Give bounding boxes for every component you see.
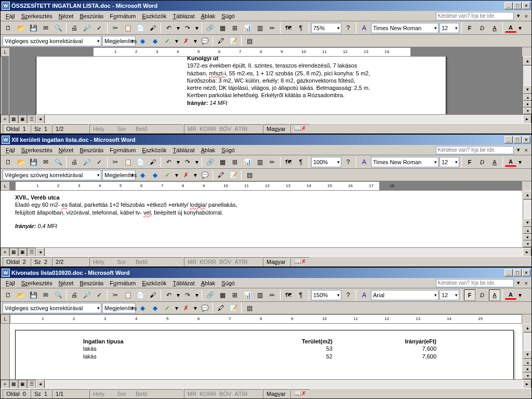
close-button[interactable]: × bbox=[522, 136, 530, 143]
reject-icon[interactable]: ✗ bbox=[180, 35, 192, 47]
help-icon[interactable]: ? bbox=[342, 156, 354, 168]
reject-icon[interactable]: ✗ bbox=[180, 169, 192, 181]
scroll-left-button[interactable]: ◄ bbox=[36, 115, 45, 124]
font-combo[interactable]: Times New Roman bbox=[371, 157, 438, 167]
vertical-ruler[interactable] bbox=[1, 57, 10, 114]
close-button[interactable]: × bbox=[522, 269, 530, 276]
menu-format[interactable]: Formátum bbox=[107, 279, 139, 287]
font-color-button[interactable]: A bbox=[505, 23, 516, 33]
status-spell-icon[interactable]: 📖✗ bbox=[290, 389, 310, 398]
vertical-ruler[interactable] bbox=[1, 191, 8, 247]
mail-icon[interactable]: ✉ bbox=[40, 22, 51, 34]
next-page-button[interactable]: ▾ bbox=[523, 241, 531, 247]
menu-file[interactable]: Fájl bbox=[3, 12, 18, 20]
save-icon[interactable]: 💾 bbox=[28, 22, 39, 34]
excel-icon[interactable]: 📊 bbox=[242, 156, 253, 168]
status-spell-icon[interactable]: 📖✗ bbox=[290, 124, 310, 134]
next-change-icon[interactable]: ◆ bbox=[149, 302, 161, 314]
help-question-input[interactable] bbox=[436, 279, 514, 287]
columns-icon[interactable]: ▥ bbox=[254, 289, 265, 301]
track-changes-combo[interactable]: Végleges szöveg korrektúrával bbox=[3, 36, 101, 46]
font-size-combo[interactable]: 12 bbox=[440, 290, 459, 300]
search-icon[interactable]: 🔍 bbox=[52, 289, 64, 301]
hyperlink-icon[interactable]: 🔗 bbox=[204, 22, 216, 34]
menu-view[interactable]: Nézet bbox=[56, 12, 77, 20]
maximize-button[interactable]: □ bbox=[513, 2, 522, 9]
comment-icon[interactable]: 💬 bbox=[199, 302, 210, 314]
redo-icon[interactable]: ↷ bbox=[182, 22, 193, 34]
status-modes[interactable]: MR KORR BŐV ÁTÍR bbox=[184, 257, 262, 267]
menu-view[interactable]: Nézet bbox=[56, 146, 77, 154]
new-doc-icon[interactable]: 🗋 bbox=[3, 289, 14, 301]
horizontal-ruler[interactable]: L 123456789101112131415161718 bbox=[1, 181, 531, 191]
vertical-scrollbar[interactable]: ▲ ▼ ▴ ● ▾ bbox=[523, 324, 531, 379]
undo-icon[interactable]: ↶ bbox=[163, 156, 175, 168]
status-spell-icon[interactable]: 📖✗ bbox=[290, 257, 310, 267]
vertical-scrollbar[interactable]: ▲ ▼ ▴ ● ▾ bbox=[523, 57, 531, 114]
menu-insert[interactable]: Beszúrás bbox=[76, 146, 107, 154]
copy-icon[interactable]: 📋 bbox=[122, 156, 134, 168]
save-icon[interactable]: 💾 bbox=[28, 156, 39, 168]
columns-icon[interactable]: ▥ bbox=[254, 156, 265, 168]
copy-icon[interactable]: 📋 bbox=[122, 22, 134, 34]
print-icon[interactable]: 🖨 bbox=[69, 156, 80, 168]
titlebar[interactable]: W Kivonatos lista010920.doc - Microsoft … bbox=[1, 268, 531, 278]
spellcheck-icon[interactable]: ✓ bbox=[94, 289, 105, 301]
help-icon[interactable]: ? bbox=[342, 22, 354, 34]
display-combo[interactable]: Megjelenítés bbox=[102, 170, 136, 180]
font-color-button[interactable]: A bbox=[505, 157, 516, 167]
reject-dropdown[interactable]: ▾ bbox=[193, 35, 198, 47]
scroll-right-button[interactable]: ► bbox=[523, 248, 531, 257]
font-color-icon[interactable]: A bbox=[358, 289, 370, 301]
open-icon[interactable]: 📂 bbox=[15, 22, 26, 34]
font-color-icon[interactable]: A bbox=[358, 156, 370, 168]
prev-change-icon[interactable]: ◆ bbox=[137, 302, 148, 314]
italic-button[interactable]: D bbox=[476, 156, 488, 168]
maximize-button[interactable]: □ bbox=[513, 136, 522, 143]
drawing-icon[interactable]: ✏ bbox=[267, 22, 278, 34]
help-icon[interactable]: ? bbox=[342, 289, 354, 301]
italic-button[interactable]: D bbox=[476, 289, 488, 301]
excel-icon[interactable]: 📊 bbox=[242, 22, 253, 34]
undo-dropdown[interactable]: ▾ bbox=[176, 22, 181, 34]
paste-icon[interactable]: 📄 bbox=[135, 289, 146, 301]
docmap-icon[interactable]: 🗺 bbox=[283, 22, 294, 34]
menu-window[interactable]: Ablak bbox=[198, 279, 219, 287]
scroll-right-button[interactable]: ► bbox=[523, 380, 531, 389]
question-close[interactable]: × bbox=[523, 280, 529, 286]
menu-format[interactable]: Formátum bbox=[107, 146, 139, 154]
reject-icon[interactable]: ✗ bbox=[180, 302, 192, 314]
prev-page-button[interactable]: ▴ bbox=[523, 94, 531, 101]
help-question-input[interactable] bbox=[436, 146, 514, 154]
review-pane-icon[interactable]: ▤ bbox=[244, 169, 255, 181]
bold-button[interactable]: F bbox=[464, 22, 475, 34]
next-page-button[interactable]: ▾ bbox=[523, 373, 531, 379]
hyperlink-icon[interactable]: 🔗 bbox=[204, 289, 216, 301]
redo-dropdown[interactable]: ▾ bbox=[194, 22, 200, 34]
show-marks-icon[interactable]: ¶ bbox=[295, 156, 307, 168]
menu-help[interactable]: Súgó bbox=[218, 279, 238, 287]
font-combo[interactable]: Arial bbox=[371, 290, 438, 300]
menu-file[interactable]: Fájl bbox=[3, 279, 18, 287]
accept-icon[interactable]: ✓ bbox=[162, 302, 173, 314]
show-marks-icon[interactable]: ¶ bbox=[295, 22, 307, 34]
zoom-combo[interactable]: 75% bbox=[311, 23, 341, 33]
track-toggle-icon[interactable]: 📝 bbox=[228, 302, 239, 314]
accept-dropdown[interactable]: ▾ bbox=[174, 302, 179, 314]
scroll-left-button[interactable]: ◄ bbox=[36, 248, 45, 257]
titlebar[interactable]: W ÖSSZESÍTETT INGATLAN LISTA.doc - Micro… bbox=[1, 1, 531, 11]
vertical-scrollbar[interactable]: ▲ ▼ ▴ ● ▾ bbox=[523, 191, 531, 247]
browse-object-button[interactable]: ● bbox=[523, 366, 531, 373]
search-icon[interactable]: 🔍 bbox=[52, 156, 64, 168]
accept-dropdown[interactable]: ▾ bbox=[174, 35, 179, 47]
underline-button[interactable]: A bbox=[489, 22, 500, 34]
new-doc-icon[interactable]: 🗋 bbox=[3, 156, 14, 168]
prev-change-icon[interactable]: ◆ bbox=[137, 169, 148, 181]
hyperlink-icon[interactable]: 🔗 bbox=[204, 156, 216, 168]
maximize-button[interactable]: □ bbox=[513, 269, 522, 276]
undo-icon[interactable]: ↶ bbox=[163, 289, 175, 301]
menu-view[interactable]: Nézet bbox=[56, 279, 77, 287]
open-icon[interactable]: 📂 bbox=[15, 156, 26, 168]
font-color-dropdown[interactable]: ▾ bbox=[517, 22, 523, 34]
comment-icon[interactable]: 💬 bbox=[199, 35, 210, 47]
